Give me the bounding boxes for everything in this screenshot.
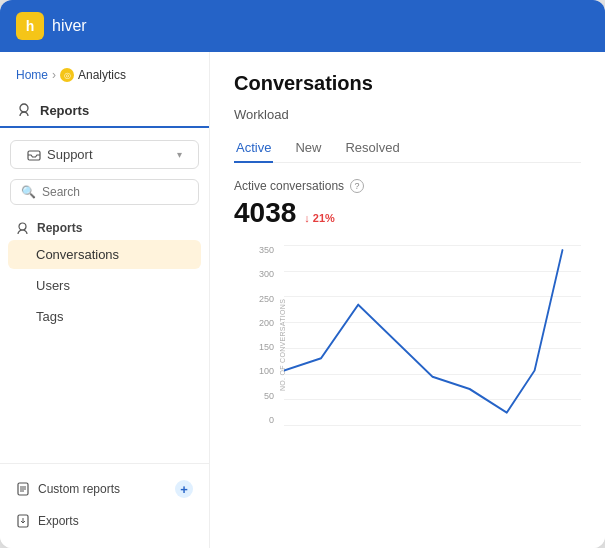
- page-title: Conversations: [234, 72, 581, 95]
- support-dropdown-left: Support: [27, 147, 93, 162]
- search-box[interactable]: 🔍: [10, 179, 199, 205]
- home-link[interactable]: Home: [16, 68, 48, 82]
- y-label-150: 150: [259, 342, 274, 352]
- breadcrumb-separator: ›: [52, 68, 56, 82]
- metric-section: Active conversations ? 4038 ↓ 21%: [234, 179, 581, 229]
- custom-reports-icon: [16, 482, 30, 496]
- sidebar-item-users[interactable]: Users: [8, 271, 201, 300]
- exports-icon: [16, 514, 30, 528]
- chart-y-axis: 350 300 250 200 150 100 50 0: [248, 245, 278, 425]
- inbox-icon: [27, 148, 41, 162]
- analytics-icon: ◎: [60, 68, 74, 82]
- chart-inner: [284, 245, 581, 425]
- tab-new[interactable]: New: [293, 134, 323, 163]
- exports-left: Exports: [16, 514, 79, 528]
- tabs: Active New Resolved: [234, 134, 581, 163]
- y-label-350: 350: [259, 245, 274, 255]
- custom-reports-left: Custom reports: [16, 482, 120, 496]
- y-label-100: 100: [259, 366, 274, 376]
- chevron-down-icon: ▾: [177, 149, 182, 160]
- exports-label: Exports: [38, 514, 79, 528]
- support-dropdown-label: Support: [47, 147, 93, 162]
- conversations-label: Conversations: [36, 247, 119, 262]
- metric-label: Active conversations ?: [234, 179, 581, 193]
- sidebar-item-tags[interactable]: Tags: [8, 302, 201, 331]
- breadcrumb-current: ◎ Analytics: [60, 68, 126, 82]
- chart-svg: [284, 245, 581, 425]
- search-input[interactable]: [42, 185, 188, 199]
- exports-item[interactable]: Exports: [0, 506, 209, 536]
- sidebar-bottom: Custom reports + Exports: [0, 463, 209, 536]
- search-icon: 🔍: [21, 185, 36, 199]
- reports-icon: [16, 102, 32, 118]
- metric-label-text: Active conversations: [234, 179, 344, 193]
- section-label: Workload: [234, 107, 581, 122]
- logo-letter: h: [26, 18, 35, 34]
- app-window: h hiver Home › ◎ Analytics: [0, 0, 605, 548]
- main-content: Conversations Workload Active New Resolv…: [210, 52, 605, 548]
- svg-point-2: [19, 223, 26, 230]
- reports-sub-label: Reports: [37, 221, 82, 235]
- reports-sub-header: Reports: [0, 211, 209, 239]
- add-custom-report-button[interactable]: +: [175, 480, 193, 498]
- custom-reports-label: Custom reports: [38, 482, 120, 496]
- users-label: Users: [36, 278, 70, 293]
- top-bar: h hiver: [0, 0, 605, 52]
- reports-sub-icon: [16, 222, 29, 235]
- tab-active[interactable]: Active: [234, 134, 273, 163]
- y-label-200: 200: [259, 318, 274, 328]
- y-label-250: 250: [259, 294, 274, 304]
- info-icon[interactable]: ?: [350, 179, 364, 193]
- support-dropdown[interactable]: Support ▾: [10, 140, 199, 169]
- metric-value: 4038 ↓ 21%: [234, 197, 581, 229]
- reports-header-label: Reports: [40, 103, 89, 118]
- metric-number: 4038: [234, 197, 296, 229]
- breadcrumb: Home › ◎ Analytics: [0, 64, 209, 94]
- sidebar: Home › ◎ Analytics Reports: [0, 52, 210, 548]
- sidebar-item-conversations[interactable]: Conversations: [8, 240, 201, 269]
- metric-change: ↓ 21%: [304, 212, 335, 224]
- tags-label: Tags: [36, 309, 63, 324]
- y-label-300: 300: [259, 269, 274, 279]
- breadcrumb-current-label: Analytics: [78, 68, 126, 82]
- main-layout: Home › ◎ Analytics Reports: [0, 52, 605, 548]
- svg-point-0: [20, 104, 28, 112]
- logo-badge: h: [16, 12, 44, 40]
- y-label-50: 50: [264, 391, 274, 401]
- custom-reports-item[interactable]: Custom reports +: [0, 472, 209, 506]
- tab-resolved[interactable]: Resolved: [343, 134, 401, 163]
- y-label-0: 0: [269, 415, 274, 425]
- app-name: hiver: [52, 17, 87, 35]
- chart-container: NO. OF CONVERSATIONS 350 300 250 200 150…: [234, 245, 581, 445]
- reports-section-header: Reports: [0, 94, 209, 128]
